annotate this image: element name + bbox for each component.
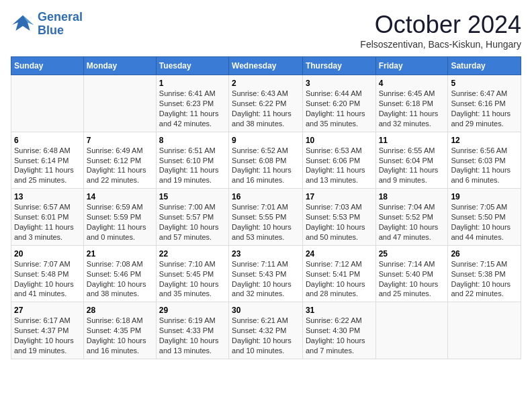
- cell-info: Sunrise: 6:22 AMSunset: 4:30 PMDaylight:…: [306, 316, 365, 355]
- calendar-week-5: 27Sunrise: 6:17 AMSunset: 4:37 PMDayligh…: [11, 302, 521, 359]
- cell-info: Sunrise: 6:19 AMSunset: 4:33 PMDaylight:…: [159, 316, 219, 355]
- calendar-week-4: 20Sunrise: 7:07 AMSunset: 5:48 PMDayligh…: [11, 245, 521, 302]
- logo-text: General Blue: [38, 11, 83, 38]
- calendar-cell: 2Sunrise: 6:43 AMSunset: 6:22 PMDaylight…: [229, 75, 303, 132]
- weekday-header-row: SundayMondayTuesdayWednesdayThursdayFrid…: [11, 57, 521, 75]
- cell-info: Sunrise: 7:10 AMSunset: 5:45 PMDaylight:…: [159, 260, 219, 298]
- day-number: 29: [159, 305, 226, 316]
- calendar-table: SundayMondayTuesdayWednesdayThursdayFrid…: [11, 56, 521, 359]
- page-header: General Blue October 2024 Felsoszentivan…: [11, 11, 521, 50]
- calendar-cell: [448, 302, 521, 359]
- cell-info: Sunrise: 6:44 AMSunset: 6:20 PMDaylight:…: [306, 89, 365, 128]
- calendar-cell: 20Sunrise: 7:07 AMSunset: 5:48 PMDayligh…: [11, 245, 84, 302]
- calendar-cell: 3Sunrise: 6:44 AMSunset: 6:20 PMDaylight…: [302, 75, 375, 132]
- day-number: 11: [379, 135, 445, 146]
- day-number: 6: [14, 135, 81, 146]
- cell-info: Sunrise: 7:12 AMSunset: 5:41 PMDaylight:…: [306, 260, 365, 298]
- title-block: October 2024 Felsoszentivan, Bacs-Kiskun…: [360, 11, 521, 50]
- weekday-header-sunday: Sunday: [11, 57, 84, 75]
- day-number: 24: [306, 248, 373, 259]
- day-number: 12: [451, 135, 518, 146]
- calendar-cell: 28Sunrise: 6:18 AMSunset: 4:35 PMDayligh…: [83, 302, 156, 359]
- calendar-cell: [375, 302, 448, 359]
- calendar-cell: [11, 75, 84, 132]
- calendar-cell: 16Sunrise: 7:01 AMSunset: 5:55 PMDayligh…: [229, 189, 303, 246]
- day-number: 5: [451, 78, 518, 89]
- day-number: 28: [87, 305, 153, 316]
- day-number: 20: [14, 248, 81, 259]
- cell-info: Sunrise: 6:52 AMSunset: 6:08 PMDaylight:…: [232, 146, 292, 185]
- cell-info: Sunrise: 6:45 AMSunset: 6:18 PMDaylight:…: [379, 89, 439, 128]
- weekday-header-wednesday: Wednesday: [229, 57, 303, 75]
- calendar-cell: 10Sunrise: 6:53 AMSunset: 6:06 PMDayligh…: [302, 132, 375, 189]
- cell-info: Sunrise: 7:14 AMSunset: 5:40 PMDaylight:…: [379, 260, 439, 298]
- calendar-cell: 17Sunrise: 7:03 AMSunset: 5:53 PMDayligh…: [302, 189, 375, 246]
- cell-info: Sunrise: 6:51 AMSunset: 6:10 PMDaylight:…: [159, 146, 219, 185]
- day-number: 23: [232, 248, 300, 259]
- day-number: 4: [379, 78, 445, 89]
- day-number: 8: [159, 135, 226, 146]
- calendar-week-2: 6Sunrise: 6:48 AMSunset: 6:14 PMDaylight…: [11, 132, 521, 189]
- calendar-cell: 25Sunrise: 7:14 AMSunset: 5:40 PMDayligh…: [375, 245, 448, 302]
- day-number: 17: [306, 191, 373, 202]
- cell-info: Sunrise: 6:57 AMSunset: 6:01 PMDaylight:…: [14, 203, 74, 241]
- day-number: 25: [379, 248, 445, 259]
- day-number: 30: [232, 305, 300, 316]
- cell-info: Sunrise: 6:56 AMSunset: 6:03 PMDaylight:…: [451, 146, 511, 185]
- day-number: 26: [451, 248, 518, 259]
- cell-info: Sunrise: 6:18 AMSunset: 4:35 PMDaylight:…: [87, 316, 146, 355]
- calendar-cell: 24Sunrise: 7:12 AMSunset: 5:41 PMDayligh…: [302, 245, 375, 302]
- cell-info: Sunrise: 6:47 AMSunset: 6:16 PMDaylight:…: [451, 89, 511, 128]
- cell-info: Sunrise: 7:04 AMSunset: 5:52 PMDaylight:…: [379, 203, 439, 241]
- cell-info: Sunrise: 7:01 AMSunset: 5:55 PMDaylight:…: [232, 203, 292, 241]
- weekday-header-thursday: Thursday: [302, 57, 375, 75]
- cell-info: Sunrise: 7:03 AMSunset: 5:53 PMDaylight:…: [306, 203, 365, 241]
- day-number: 10: [306, 135, 373, 146]
- day-number: 9: [232, 135, 300, 146]
- calendar-cell: 13Sunrise: 6:57 AMSunset: 6:01 PMDayligh…: [11, 189, 84, 246]
- calendar-cell: 7Sunrise: 6:49 AMSunset: 6:12 PMDaylight…: [83, 132, 156, 189]
- calendar-cell: 30Sunrise: 6:21 AMSunset: 4:32 PMDayligh…: [229, 302, 303, 359]
- day-number: 22: [159, 248, 226, 259]
- cell-info: Sunrise: 7:15 AMSunset: 5:38 PMDaylight:…: [451, 260, 511, 298]
- day-number: 18: [379, 191, 445, 202]
- calendar-cell: 15Sunrise: 7:00 AMSunset: 5:57 PMDayligh…: [156, 189, 228, 246]
- weekday-header-saturday: Saturday: [448, 57, 521, 75]
- calendar-cell: 11Sunrise: 6:55 AMSunset: 6:04 PMDayligh…: [375, 132, 448, 189]
- cell-info: Sunrise: 6:49 AMSunset: 6:12 PMDaylight:…: [87, 146, 146, 185]
- calendar-cell: 1Sunrise: 6:41 AMSunset: 6:23 PMDaylight…: [156, 75, 228, 132]
- calendar-cell: 21Sunrise: 7:08 AMSunset: 5:46 PMDayligh…: [83, 245, 156, 302]
- calendar-cell: 5Sunrise: 6:47 AMSunset: 6:16 PMDaylight…: [448, 75, 521, 132]
- day-number: 1: [159, 78, 226, 89]
- cell-info: Sunrise: 7:11 AMSunset: 5:43 PMDaylight:…: [232, 260, 292, 298]
- day-number: 15: [159, 191, 226, 202]
- day-number: 14: [87, 191, 153, 202]
- day-number: 16: [232, 191, 300, 202]
- cell-info: Sunrise: 6:21 AMSunset: 4:32 PMDaylight:…: [232, 316, 292, 355]
- cell-info: Sunrise: 6:59 AMSunset: 5:59 PMDaylight:…: [87, 203, 146, 241]
- day-number: 3: [306, 78, 373, 89]
- day-number: 27: [14, 305, 81, 316]
- calendar-cell: 6Sunrise: 6:48 AMSunset: 6:14 PMDaylight…: [11, 132, 84, 189]
- calendar-cell: 31Sunrise: 6:22 AMSunset: 4:30 PMDayligh…: [302, 302, 375, 359]
- calendar-cell: 18Sunrise: 7:04 AMSunset: 5:52 PMDayligh…: [375, 189, 448, 246]
- month-title: October 2024: [360, 11, 521, 39]
- calendar-cell: 19Sunrise: 7:05 AMSunset: 5:50 PMDayligh…: [448, 189, 521, 246]
- calendar-cell: 23Sunrise: 7:11 AMSunset: 5:43 PMDayligh…: [229, 245, 303, 302]
- cell-info: Sunrise: 7:05 AMSunset: 5:50 PMDaylight:…: [451, 203, 511, 241]
- day-number: 7: [87, 135, 153, 146]
- cell-info: Sunrise: 7:08 AMSunset: 5:46 PMDaylight:…: [87, 260, 146, 298]
- cell-info: Sunrise: 6:48 AMSunset: 6:14 PMDaylight:…: [14, 146, 74, 185]
- calendar-cell: 9Sunrise: 6:52 AMSunset: 6:08 PMDaylight…: [229, 132, 303, 189]
- calendar-week-1: 1Sunrise: 6:41 AMSunset: 6:23 PMDaylight…: [11, 75, 521, 132]
- calendar-cell: 4Sunrise: 6:45 AMSunset: 6:18 PMDaylight…: [375, 75, 448, 132]
- cell-info: Sunrise: 6:43 AMSunset: 6:22 PMDaylight:…: [232, 89, 292, 128]
- cell-info: Sunrise: 7:07 AMSunset: 5:48 PMDaylight:…: [14, 260, 74, 298]
- cell-info: Sunrise: 6:17 AMSunset: 4:37 PMDaylight:…: [14, 316, 74, 355]
- calendar-cell: 14Sunrise: 6:59 AMSunset: 5:59 PMDayligh…: [83, 189, 156, 246]
- day-number: 2: [232, 78, 300, 89]
- day-number: 21: [87, 248, 153, 259]
- logo: General Blue: [11, 11, 83, 38]
- day-number: 31: [306, 305, 373, 316]
- weekday-header-monday: Monday: [83, 57, 156, 75]
